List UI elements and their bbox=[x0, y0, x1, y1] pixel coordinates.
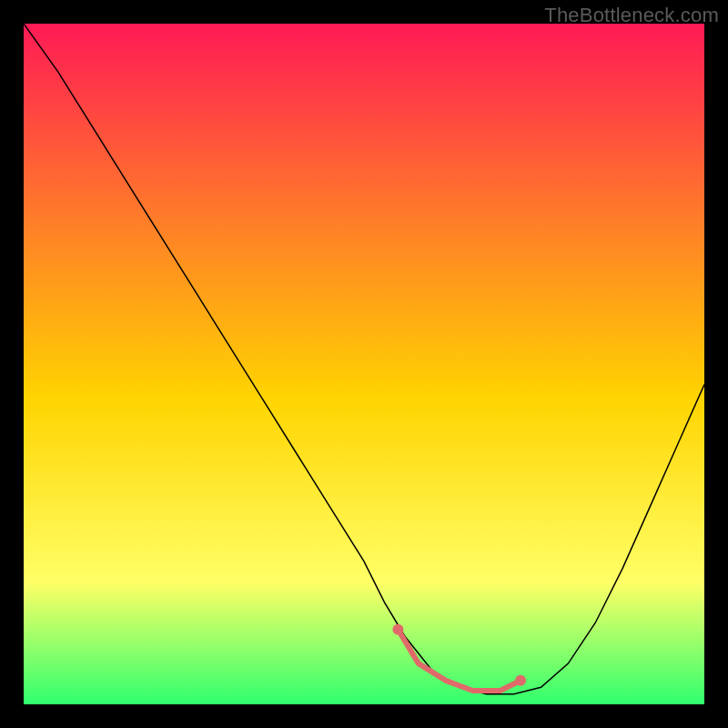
chart-frame: TheBottleneck.com bbox=[0, 0, 728, 728]
gradient-background bbox=[24, 24, 704, 704]
highlight-dot-right bbox=[515, 675, 526, 686]
highlight-dot-left bbox=[392, 624, 403, 635]
chart-svg bbox=[24, 24, 704, 704]
watermark-text: TheBottleneck.com bbox=[544, 4, 719, 27]
plot-area bbox=[24, 24, 704, 704]
